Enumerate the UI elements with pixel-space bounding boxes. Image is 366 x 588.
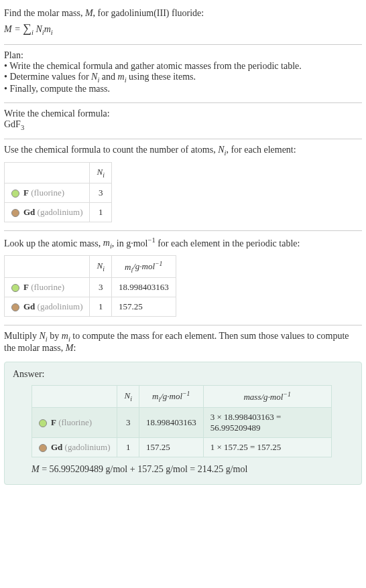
count-table: Ni F (fluorine) 3 Gd (gadolinium) 1 <box>4 162 112 222</box>
element-name: (gadolinium) <box>38 301 83 311</box>
element-symbol: Gd <box>23 301 35 311</box>
multiply-section: Multiply Ni by mi to compute the mass fo… <box>4 325 362 358</box>
element-dot-icon <box>11 284 19 292</box>
n-header: Ni <box>117 385 139 407</box>
m-cell: 18.998403163 <box>139 407 203 437</box>
m-cell: 18.998403163 <box>111 278 176 297</box>
mass-table: Ni mi/g·mol−1 F (fluorine) 3 18.99840316… <box>4 255 176 317</box>
element-name: (gadolinium) <box>65 442 111 452</box>
table-row: Gd (gadolinium) 1 157.25 1 × 157.25 = 15… <box>32 437 332 457</box>
n-cell: 3 <box>117 407 139 437</box>
element-symbol: Gd <box>51 442 62 452</box>
n-cell: 1 <box>117 437 139 457</box>
table-row: Gd (gadolinium) 1 157.25 <box>5 297 176 317</box>
n-cell: 3 <box>90 183 111 202</box>
element-cell: Gd (gadolinium) <box>32 437 117 457</box>
answer-label: Answer: <box>13 369 353 380</box>
element-cell: F (fluorine) <box>32 407 117 437</box>
table-header-row: Ni mi/g·mol−1 mass/g·mol−1 <box>32 385 332 407</box>
element-cell: Gd (gadolinium) <box>5 202 90 222</box>
mass-header: mass/g·mol−1 <box>203 385 331 407</box>
multiply-heading: Multiply Ni by mi to compute the mass fo… <box>4 331 362 354</box>
table-header-row: Ni <box>5 163 112 183</box>
intro-text: Find the molar mass, M, for gadolinium(I… <box>4 8 362 19</box>
n-cell: 3 <box>90 278 111 297</box>
n-cell: 1 <box>90 202 111 222</box>
formula-heading: Write the chemical formula: <box>4 108 362 119</box>
count-heading: Use the chemical formula to count the nu… <box>4 145 362 157</box>
element-dot-icon <box>11 190 19 198</box>
plan-section: Plan: • Write the chemical formula and g… <box>4 45 362 103</box>
mass-heading: Look up the atomic mass, mi, in g·mol−1 … <box>4 236 362 250</box>
element-dot-icon <box>39 419 47 427</box>
element-name: (fluorine) <box>58 417 92 427</box>
plan-bullet-1: • Write the chemical formula and gather … <box>4 61 362 72</box>
element-cell: F (fluorine) <box>5 278 90 297</box>
plan-bullet-3: • Finally, compute the mass. <box>4 84 362 94</box>
m-cell: 157.25 <box>139 437 203 457</box>
answer-table: Ni mi/g·mol−1 mass/g·mol−1 F (fluorine) … <box>32 385 332 457</box>
answer-box: Answer: Ni mi/g·mol−1 mass/g·mol−1 F (fl… <box>4 362 362 485</box>
formula-base: GdF <box>4 119 21 129</box>
table-row: F (fluorine) 3 18.998403163 3 × 18.99840… <box>32 407 332 437</box>
element-dot-icon <box>11 209 19 217</box>
formula-sub: 3 <box>21 123 24 131</box>
element-symbol: F <box>23 188 29 198</box>
element-symbol: Gd <box>23 207 35 217</box>
intro-formula: M = ∑i Nimi <box>4 21 362 36</box>
table-row: Gd (gadolinium) 1 <box>5 202 112 222</box>
answer-result: M = 56.995209489 g/mol + 157.25 g/mol = … <box>32 464 353 475</box>
chemical-formula: GdF3 <box>4 119 362 131</box>
element-name: (fluorine) <box>31 282 64 292</box>
mass-cell: 3 × 18.998403163 = 56.995209489 <box>203 407 331 437</box>
n-header: Ni <box>90 163 111 183</box>
element-dot-icon <box>39 444 47 452</box>
mass-section: Look up the atomic mass, mi, in g·mol−1 … <box>4 231 362 325</box>
mass-cell: 1 × 157.25 = 157.25 <box>203 437 331 457</box>
empty-header <box>32 385 117 407</box>
plan-heading: Plan: <box>4 50 362 61</box>
m-header: mi/g·mol−1 <box>139 385 203 407</box>
count-section: Use the chemical formula to count the nu… <box>4 139 362 230</box>
intro-section: Find the molar mass, M, for gadolinium(I… <box>4 3 362 45</box>
empty-header <box>5 163 90 183</box>
m-header: mi/g·mol−1 <box>111 256 176 278</box>
table-row: F (fluorine) 3 18.998403163 <box>5 278 176 297</box>
element-name: (gadolinium) <box>38 207 83 217</box>
element-symbol: F <box>51 417 56 427</box>
element-symbol: F <box>23 282 29 292</box>
plan-bullet-2: • Determine values for Ni and mi using t… <box>4 72 362 84</box>
formula-section: Write the chemical formula: GdF3 <box>4 103 362 140</box>
element-dot-icon <box>11 303 19 311</box>
element-cell: Gd (gadolinium) <box>5 297 90 317</box>
element-name: (fluorine) <box>31 188 64 198</box>
empty-header <box>5 256 90 278</box>
table-row: F (fluorine) 3 <box>5 183 112 202</box>
table-header-row: Ni mi/g·mol−1 <box>5 256 176 278</box>
n-header: Ni <box>90 256 111 278</box>
n-cell: 1 <box>90 297 111 317</box>
element-cell: F (fluorine) <box>5 183 90 202</box>
m-cell: 157.25 <box>111 297 176 317</box>
